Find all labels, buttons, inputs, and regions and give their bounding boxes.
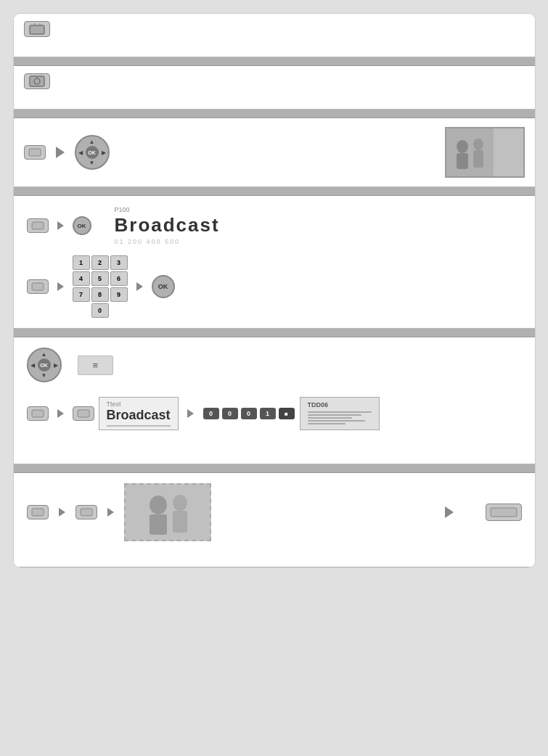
broadcast-display: P100 Broadcast 01 200 400 500 — [115, 206, 220, 245]
section-5: ▲ ▼ ◀ ▶ OK ≡ — [14, 337, 535, 464]
mode-button-6b[interactable] — [75, 505, 97, 519]
broadcast-label: Broadcast — [115, 214, 220, 237]
num-6[interactable]: 6 — [110, 271, 128, 286]
mode-button-4a[interactable] — [27, 218, 49, 233]
num-7[interactable]: 7 — [73, 287, 90, 302]
color-btn-0-1[interactable]: 0 — [203, 408, 219, 419]
tv-button[interactable] — [24, 21, 50, 37]
arrow-4c — [136, 282, 143, 291]
number-pad[interactable]: 1 2 3 4 5 6 7 8 9 0 — [73, 255, 128, 318]
section-4: OK P100 Broadcast 01 200 400 500 — [14, 196, 535, 329]
num-1[interactable]: 1 — [73, 255, 90, 270]
svg-rect-0 — [30, 25, 44, 34]
arrow-6a — [59, 508, 65, 517]
svg-point-10 — [473, 139, 483, 150]
broadcast-sub: 01 200 400 500 — [115, 238, 220, 245]
teletext-button[interactable] — [73, 406, 94, 421]
sidebar-tab — [535, 371, 536, 430]
arrow-4b — [57, 282, 64, 291]
svg-rect-6 — [29, 149, 41, 156]
svg-rect-23 — [491, 508, 517, 517]
svg-point-21 — [173, 495, 187, 511]
section-divider-2 — [14, 110, 535, 118]
tdd-box: TDD06 — [300, 397, 380, 430]
svg-rect-13 — [32, 283, 44, 290]
svg-rect-12 — [32, 222, 44, 229]
ok-button-4a[interactable]: OK — [73, 216, 91, 235]
num-0[interactable]: 0 — [91, 303, 109, 318]
mode-button-4b[interactable] — [27, 279, 49, 294]
num-4[interactable]: 4 — [73, 271, 90, 286]
svg-point-8 — [457, 140, 468, 153]
svg-rect-7 — [446, 128, 494, 178]
svg-rect-18 — [126, 485, 211, 541]
svg-rect-17 — [81, 509, 92, 516]
arrow-5b — [187, 409, 194, 418]
color-btn-square[interactable]: ■ — [279, 408, 295, 419]
svg-rect-15 — [78, 410, 89, 417]
arrow-6b — [107, 508, 114, 517]
mode-button-6a[interactable] — [27, 505, 49, 519]
broadcast-name-5: Broadcast — [107, 408, 171, 423]
section-1 — [14, 14, 535, 57]
arrow-5a — [57, 409, 64, 418]
ttext-label: Ttext — [107, 400, 171, 408]
arrow-6c — [445, 506, 454, 518]
section-3: ▲ ▼ ◀ ▶ OK — [14, 118, 535, 187]
arrow-4a — [57, 221, 64, 230]
dpad-control-5[interactable]: ▲ ▼ ◀ ▶ OK — [27, 348, 62, 382]
tv-thumbnail — [445, 127, 525, 178]
main-container: ▲ ▼ ◀ ▶ OK — [13, 13, 536, 568]
arrow-icon-3 — [56, 147, 65, 158]
tdd-title: TDD06 — [308, 401, 372, 408]
num-2[interactable]: 2 — [91, 255, 109, 270]
section-divider-3 — [14, 187, 535, 196]
section-2 — [14, 66, 535, 110]
svg-point-19 — [150, 496, 167, 514]
dpad-ok[interactable]: OK — [86, 146, 99, 159]
section-6 — [14, 473, 535, 567]
section-divider-5 — [14, 464, 535, 473]
color-buttons: 0 0 0 1 ■ — [203, 408, 295, 419]
svg-rect-16 — [32, 509, 44, 516]
dpad-ok-5[interactable]: OK — [38, 358, 51, 371]
color-btn-0-2[interactable]: 0 — [222, 408, 238, 419]
color-btn-1[interactable]: 1 — [260, 408, 276, 419]
svg-rect-11 — [473, 150, 483, 168]
num-8[interactable]: 8 — [91, 287, 109, 302]
num-5[interactable]: 5 — [91, 271, 109, 286]
svg-rect-20 — [150, 514, 167, 535]
p100-label: P100 — [115, 206, 220, 213]
ok-button-4b[interactable]: OK — [152, 275, 175, 298]
svg-rect-14 — [32, 410, 44, 417]
dpad-control[interactable]: ▲ ▼ ◀ ▶ OK — [75, 135, 110, 170]
picture-box — [124, 483, 211, 541]
mode-button-5a[interactable] — [27, 406, 49, 421]
section-divider-4 — [14, 329, 535, 337]
num-3[interactable]: 3 — [110, 255, 128, 270]
svg-rect-9 — [457, 153, 468, 169]
source-button[interactable] — [24, 73, 50, 89]
section-divider-1 — [14, 57, 535, 66]
svg-rect-22 — [173, 511, 187, 533]
mode-button-6c[interactable] — [486, 504, 522, 521]
mode-button-3[interactable] — [24, 145, 46, 160]
color-btn-0-3[interactable]: 0 — [241, 408, 257, 419]
menu-label: ≡ — [78, 356, 114, 375]
num-9[interactable]: 9 — [110, 287, 128, 302]
broadcast-box-5: Ttext Broadcast — [99, 397, 179, 430]
